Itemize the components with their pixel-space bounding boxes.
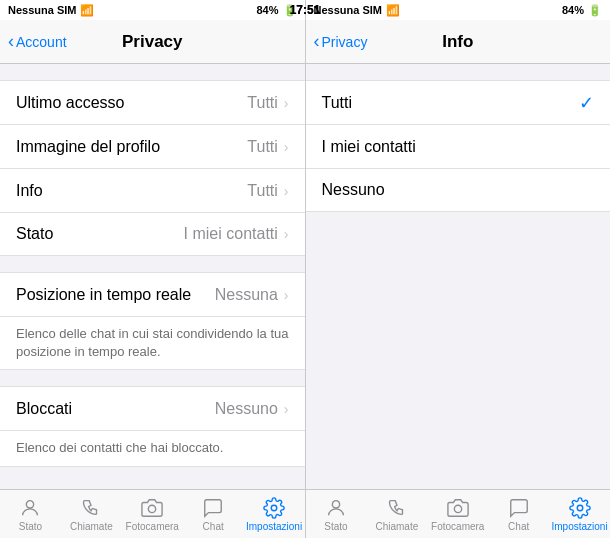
tab-label-fotocamera-left: Fotocamera bbox=[126, 521, 179, 532]
back-button-right[interactable]: ‹ Privacy bbox=[314, 33, 368, 50]
cell-value-info: Tutti bbox=[247, 182, 278, 200]
carrier-right: Nessuna SIM bbox=[314, 4, 382, 16]
wifi-icon-right: 📶 bbox=[386, 4, 400, 17]
cell-label-posizione: Posizione in tempo reale bbox=[16, 286, 215, 304]
tab-bar-left: Stato Chiamate Fotocamera Chat bbox=[0, 489, 305, 538]
cell-ultimo-accesso[interactable]: Ultimo accesso Tutti › bbox=[0, 80, 305, 124]
svg-point-3 bbox=[332, 500, 339, 507]
time-right: 17:51 bbox=[306, 3, 321, 17]
tab-label-impostazioni-right: Impostazioni bbox=[552, 521, 608, 532]
tab-label-chiamate-right: Chiamate bbox=[375, 521, 418, 532]
tab-label-stato-left: Stato bbox=[19, 521, 42, 532]
calls-icon-right bbox=[386, 497, 408, 519]
tab-impostazioni-left[interactable]: Impostazioni bbox=[244, 497, 305, 532]
cell-label-immagine: Immagine del profilo bbox=[16, 138, 247, 156]
cell-label-ultimo: Ultimo accesso bbox=[16, 94, 247, 112]
chevron-left-icon-right: ‹ bbox=[314, 32, 320, 50]
tab-bar-right: Stato Chiamate Fotocamera Chat bbox=[306, 489, 611, 538]
cell-value-immagine: Tutti bbox=[247, 138, 278, 156]
tab-label-chat-left: Chat bbox=[203, 521, 224, 532]
state-icon-right bbox=[325, 497, 347, 519]
tab-fotocamera-left[interactable]: Fotocamera bbox=[122, 497, 183, 532]
svg-point-4 bbox=[454, 505, 461, 512]
carrier-left: Nessuna SIM bbox=[8, 4, 76, 16]
camera-icon-right bbox=[447, 497, 469, 519]
cell-value-ultimo: Tutti bbox=[247, 94, 278, 112]
chevron-icon-info: › bbox=[284, 183, 289, 199]
left-panel: Nessuna SIM 📶 17:51 84% 🔋 ‹ Account Priv… bbox=[0, 0, 305, 538]
tab-stato-left[interactable]: Stato bbox=[0, 497, 61, 532]
tab-impostazioni-right[interactable]: Impostazioni bbox=[549, 497, 610, 532]
tab-chat-left[interactable]: Chat bbox=[183, 497, 244, 532]
battery-icon-right: 🔋 bbox=[588, 4, 602, 17]
state-icon-left bbox=[19, 497, 41, 519]
chat-icon-left bbox=[202, 497, 224, 519]
chevron-icon-bloccati: › bbox=[284, 401, 289, 417]
option-label-miei-contatti: I miei contatti bbox=[322, 138, 595, 156]
tab-label-chat-right: Chat bbox=[508, 521, 529, 532]
cell-info[interactable]: Info Tutti › bbox=[0, 168, 305, 212]
content-right: Tutti ✓ I miei contatti Nessuno bbox=[306, 64, 611, 489]
option-miei-contatti[interactable]: I miei contatti bbox=[306, 124, 611, 168]
chevron-icon-stato: › bbox=[284, 226, 289, 242]
option-nessuno[interactable]: Nessuno bbox=[306, 168, 611, 212]
tab-chat-right[interactable]: Chat bbox=[488, 497, 549, 532]
tab-chiamate-right[interactable]: Chiamate bbox=[366, 497, 427, 532]
cell-value-stato: I miei contatti bbox=[184, 225, 278, 243]
status-left-right: Nessuna SIM 📶 bbox=[314, 4, 400, 17]
tab-fotocamera-right[interactable]: Fotocamera bbox=[427, 497, 488, 532]
cell-label-info: Info bbox=[16, 182, 247, 200]
tab-chiamate-left[interactable]: Chiamate bbox=[61, 497, 122, 532]
settings-icon-right bbox=[569, 497, 591, 519]
tab-label-fotocamera-right: Fotocamera bbox=[431, 521, 484, 532]
chat-icon-right bbox=[508, 497, 530, 519]
back-button-left[interactable]: ‹ Account bbox=[8, 33, 67, 50]
cell-label-bloccati: Bloccati bbox=[16, 400, 215, 418]
cell-value-bloccati: Nessuno bbox=[215, 400, 278, 418]
tab-label-impostazioni-left: Impostazioni bbox=[246, 521, 302, 532]
chevron-icon-posizione: › bbox=[284, 287, 289, 303]
svg-point-0 bbox=[27, 500, 34, 507]
cell-value-posizione: Nessuna bbox=[215, 286, 278, 304]
option-label-tutti: Tutti bbox=[322, 94, 580, 112]
nav-title-right: Info bbox=[442, 32, 473, 52]
cell-posizione[interactable]: Posizione in tempo reale Nessuna › bbox=[0, 272, 305, 316]
status-bar-right: Nessuna SIM 📶 17:51 84% 🔋 bbox=[306, 0, 611, 20]
back-label-left: Account bbox=[16, 34, 67, 50]
privacy-section: Ultimo accesso Tutti › Immagine del prof… bbox=[0, 80, 305, 256]
tab-stato-right[interactable]: Stato bbox=[306, 497, 367, 532]
cell-label-stato: Stato bbox=[16, 225, 184, 243]
chevron-icon-ultimo: › bbox=[284, 95, 289, 111]
status-right-right: 84% 🔋 bbox=[562, 4, 602, 17]
option-label-nessuno: Nessuno bbox=[322, 181, 595, 199]
chevron-icon-immagine: › bbox=[284, 139, 289, 155]
cell-immagine-profilo[interactable]: Immagine del profilo Tutti › bbox=[0, 124, 305, 168]
check-icon-tutti: ✓ bbox=[579, 92, 594, 114]
status-left: Nessuna SIM 📶 bbox=[8, 4, 94, 17]
calls-icon-left bbox=[80, 497, 102, 519]
battery-pct-left: 84% bbox=[256, 4, 278, 16]
battery-pct-right: 84% bbox=[562, 4, 584, 16]
location-section: Posizione in tempo reale Nessuna › Elenc… bbox=[0, 272, 305, 370]
info-options-section: Tutti ✓ I miei contatti Nessuno bbox=[306, 80, 611, 212]
nav-bar-right: ‹ Privacy Info bbox=[306, 20, 611, 64]
nav-title-left: Privacy bbox=[122, 32, 183, 52]
blocked-note: Elenco dei contatti che hai bloccato. bbox=[0, 430, 305, 466]
chevron-left-icon-left: ‹ bbox=[8, 32, 14, 50]
cell-stato[interactable]: Stato I miei contatti › bbox=[0, 212, 305, 256]
cell-bloccati[interactable]: Bloccati Nessuno › bbox=[0, 386, 305, 430]
right-panel: Nessuna SIM 📶 17:51 84% 🔋 ‹ Privacy Info… bbox=[306, 0, 611, 538]
tab-label-chiamate-left: Chiamate bbox=[70, 521, 113, 532]
back-label-right: Privacy bbox=[322, 34, 368, 50]
svg-point-5 bbox=[577, 505, 583, 511]
location-note: Elenco delle chat in cui stai condividen… bbox=[0, 316, 305, 370]
wifi-icon-left: 📶 bbox=[80, 4, 94, 17]
svg-point-2 bbox=[271, 505, 277, 511]
tab-label-stato-right: Stato bbox=[324, 521, 347, 532]
settings-icon-left bbox=[263, 497, 285, 519]
blocked-section: Bloccati Nessuno › Elenco dei contatti c… bbox=[0, 386, 305, 466]
svg-point-1 bbox=[149, 505, 156, 512]
camera-icon-left bbox=[141, 497, 163, 519]
status-bar-left: Nessuna SIM 📶 17:51 84% 🔋 bbox=[0, 0, 305, 20]
option-tutti[interactable]: Tutti ✓ bbox=[306, 80, 611, 124]
